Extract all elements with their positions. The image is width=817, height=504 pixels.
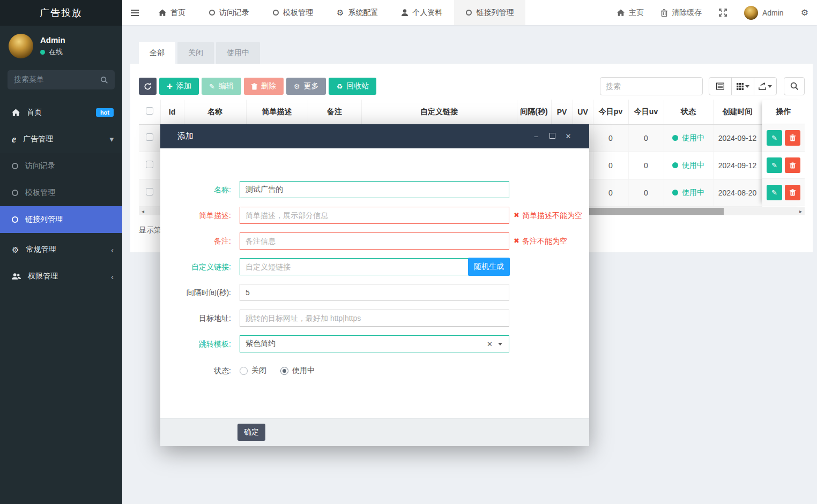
scroll-right-icon[interactable]: ▸ [797, 207, 805, 215]
col-actions: 操作 [762, 100, 805, 124]
sidebar-item-perm-mgmt[interactable]: 权限管理 ‹ [0, 263, 122, 290]
status-radio-off[interactable]: 关闭 [240, 366, 266, 375]
sidebar-item-general-mgmt[interactable]: ⚙ 常规管理 ‹ [0, 236, 122, 263]
sidebar-item-ads[interactable]: e 广告管理 ▾ [0, 126, 122, 153]
columns-toggle-icon[interactable] [731, 77, 754, 95]
table-header-row: Id 名称 简单描述 备注 自定义链接 间隔(秒) PV UV 今日pv 今日u… [139, 100, 762, 124]
hamburger-menu-icon[interactable] [122, 0, 147, 25]
export-icon[interactable] [754, 77, 777, 95]
col-custom-link: 自定义链接 [361, 100, 517, 124]
nav-tab-system-config[interactable]: ⚙ 系统配置 [325, 0, 390, 25]
user-name: Admin [40, 35, 65, 44]
scroll-left-icon[interactable]: ◂ [139, 207, 147, 215]
hot-badge: hot [96, 108, 114, 117]
row-actions: ✎ [762, 124, 805, 152]
detail-view-icon[interactable] [709, 77, 732, 95]
caret-down-icon [745, 85, 749, 88]
cell-today-uv: 0 [628, 124, 664, 152]
cell-today-pv: 0 [593, 124, 628, 152]
cell-created: 2024-09-12 [713, 152, 762, 179]
sidebar-search-input[interactable]: 搜索菜单 [8, 70, 115, 89]
pencil-icon: ✎ [209, 82, 215, 91]
settings-gears-icon[interactable]: ⚙ [792, 0, 817, 25]
recycle-bin-button[interactable]: ♻ 回收站 [329, 78, 376, 95]
gear-icon: ⚙ [294, 82, 300, 91]
confirm-button[interactable]: 确定 [237, 424, 265, 441]
table-search-input[interactable] [600, 77, 703, 95]
search-submit-icon[interactable] [784, 77, 805, 95]
nav-clear-cache-button[interactable]: 清除缓存 [652, 0, 710, 25]
pencil-icon: ✎ [771, 161, 777, 169]
template-select[interactable]: 紫色简约 ✕ [240, 335, 509, 352]
sidebar-item-link-mgmt[interactable]: 链接列管理 [0, 206, 122, 233]
col-id: Id [160, 100, 184, 124]
fullscreen-icon[interactable] [710, 0, 736, 25]
desc-field[interactable] [240, 207, 509, 224]
gear-icon: ⚙ [337, 9, 344, 17]
col-uv: UV [573, 100, 593, 124]
target-label: 目标地址: [161, 310, 231, 327]
row-checkbox[interactable] [146, 133, 153, 141]
status-dot-icon [672, 162, 678, 168]
target-field[interactable] [240, 310, 509, 327]
interval-field[interactable] [240, 284, 509, 301]
person-icon [402, 9, 408, 16]
row-delete-button[interactable] [785, 130, 800, 146]
row-delete-button[interactable] [785, 157, 800, 173]
col-desc: 简单描述 [246, 100, 308, 124]
pagination-info: 显示第 [139, 225, 161, 235]
col-today-uv: 今日uv [628, 100, 664, 124]
home-icon [159, 9, 166, 16]
row-delete-button[interactable] [785, 185, 800, 200]
row-checkbox[interactable] [146, 161, 153, 168]
close-icon[interactable]: ✕ [565, 132, 572, 140]
maximize-icon[interactable] [549, 133, 555, 139]
row-edit-button[interactable]: ✎ [767, 157, 782, 173]
browser-e-icon: e [12, 134, 16, 144]
template-label: 跳转模板: [161, 335, 231, 352]
nav-tab-visit-log[interactable]: 访问记录 [197, 0, 261, 25]
filter-tab-inuse[interactable]: 使用中 [216, 42, 260, 64]
filter-tab-all[interactable]: 全部 [139, 42, 175, 64]
clear-selection-icon[interactable]: ✕ [487, 340, 493, 348]
select-all-checkbox[interactable] [146, 107, 153, 115]
add-dialog: 添加 – ✕ 名称: 简单描述: ✖ 简单描述不能为空 备注: ✖ 备注不能为空 [160, 124, 589, 446]
add-button[interactable]: ✚ 添加 [159, 78, 199, 95]
cell-today-pv: 0 [593, 179, 628, 206]
delete-button[interactable]: 删除 [244, 78, 284, 95]
sidebar-item-home[interactable]: 首页 hot [0, 99, 122, 126]
online-dot-icon [40, 50, 45, 55]
sidebar-item-template-mgmt[interactable]: 模板管理 [0, 179, 122, 206]
col-remark: 备注 [308, 100, 361, 124]
status-radio-on[interactable]: 使用中 [280, 366, 315, 375]
status-label: 状态: [161, 362, 231, 379]
dialog-titlebar[interactable]: 添加 – ✕ [160, 124, 589, 148]
row-edit-button[interactable]: ✎ [767, 185, 782, 200]
nav-user-menu[interactable]: Admin [736, 0, 792, 25]
toolbar: ✚ 添加 ✎ 编辑 删除 ⚙ 更多 ♻ 回收站 [139, 78, 376, 95]
nav-home-button[interactable]: 主页 [608, 0, 652, 25]
name-field[interactable] [240, 181, 509, 198]
filter-tab-closed[interactable]: 关闭 [177, 42, 214, 64]
row-checkbox[interactable] [146, 188, 153, 195]
name-label: 名称: [161, 181, 231, 198]
chevron-left-icon: ‹ [111, 245, 114, 254]
random-generate-button[interactable]: 随机生成 [468, 258, 510, 276]
col-pv: PV [551, 100, 573, 124]
nav-tab-home[interactable]: 首页 [147, 0, 197, 25]
error-x-icon: ✖ [514, 232, 519, 250]
caret-down-icon [498, 343, 502, 345]
more-button[interactable]: ⚙ 更多 [286, 78, 326, 95]
edit-button[interactable]: ✎ 编辑 [202, 78, 241, 95]
status-dot-icon [672, 135, 678, 141]
minimize-icon[interactable]: – [532, 132, 540, 140]
row-actions: ✎ [762, 152, 805, 179]
nav-tab-link-mgmt[interactable]: 链接列管理 [454, 0, 525, 25]
nav-tab-profile[interactable]: 个人资料 [390, 0, 454, 25]
refresh-button[interactable] [139, 78, 157, 95]
nav-tab-template-mgmt[interactable]: 模板管理 [261, 0, 325, 25]
sidebar-item-visit-log[interactable]: 访问记录 [0, 153, 122, 179]
remark-field[interactable] [240, 232, 509, 250]
row-edit-button[interactable]: ✎ [767, 130, 782, 146]
col-interval: 间隔(秒) [517, 100, 551, 124]
